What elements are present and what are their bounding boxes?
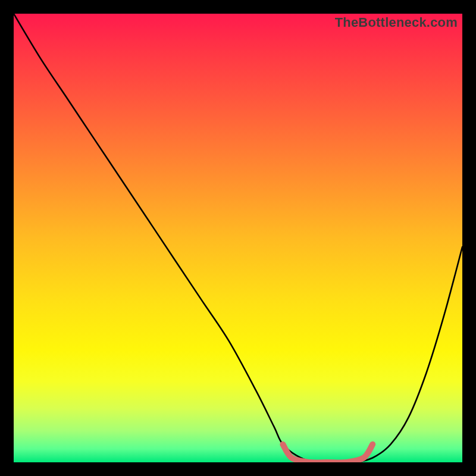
chart-frame: TheBottleneck.com [0,0,476,476]
chart-svg [14,14,462,462]
valley-marker-path [283,444,372,462]
chart-plot-area: TheBottleneck.com [14,14,462,462]
bottleneck-curve-path [14,14,462,462]
